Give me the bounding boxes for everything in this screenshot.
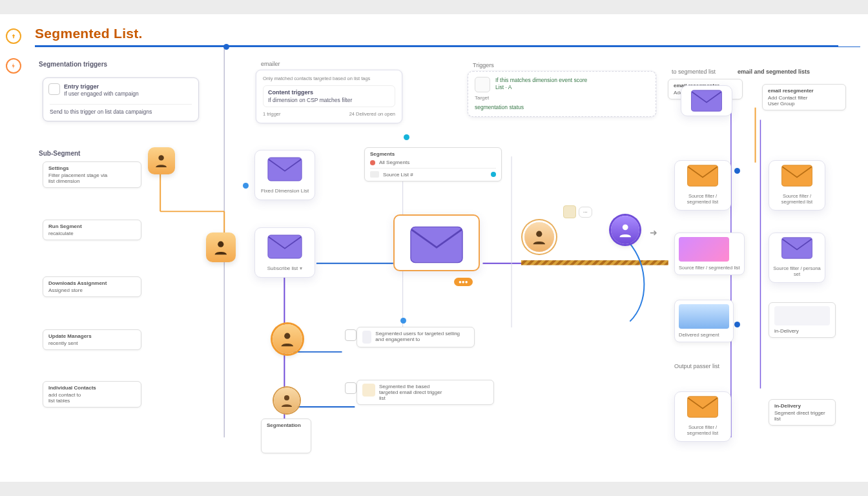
card-route-2[interactable]: Segmented the basedtargeted email direct… (356, 380, 494, 405)
list-icon (370, 171, 379, 178)
card-envelope-main[interactable]: ●●● (393, 214, 480, 271)
svg-rect-29 (688, 397, 718, 417)
svg-point-23 (623, 224, 628, 230)
svg-rect-10 (521, 260, 668, 265)
avatar-persona-2[interactable] (206, 232, 236, 262)
svg-point-20 (284, 333, 290, 339)
card-mini-rb3[interactable]: in-Delivery Segment direct trigger list (769, 399, 836, 426)
avatar-icon (362, 384, 375, 397)
node-dot (243, 183, 249, 189)
svg-point-18 (159, 156, 164, 161)
status-dot-icon (491, 172, 496, 177)
placeholder-icon (774, 306, 830, 326)
svg-point-21 (284, 395, 289, 400)
svg-point-19 (218, 242, 223, 247)
node-dot (400, 318, 406, 324)
sidebar (0, 14, 28, 482)
card-env-r4[interactable]: Source filter / segmented list (674, 391, 731, 442)
arrow-up-icon[interactable] (6, 28, 21, 44)
arrow-right-icon: ➜ (650, 227, 657, 238)
card-entry-trigger[interactable]: Entry trigger If user engaged with campa… (43, 78, 199, 121)
panel-segments[interactable]: Segments All Segments Source List # (364, 147, 502, 181)
card-emailer[interactable]: Only matched contacts targeted based on … (256, 70, 402, 123)
node-dot (734, 322, 740, 327)
play-icon[interactable] (345, 329, 356, 341)
card-image-r2[interactable]: Source filter / segmented list (674, 232, 745, 275)
card-image-r3[interactable]: Delivered segment (674, 300, 734, 342)
avatar-persona-5[interactable] (524, 222, 554, 252)
node-dot (734, 168, 740, 174)
card-env-rb1[interactable]: Source filter / persona set (769, 232, 825, 283)
svg-rect-27 (692, 90, 722, 111)
card-mini-rb2[interactable]: in-Delivery (769, 302, 836, 338)
card-trigger-conditions[interactable]: If this matches dimension event score Li… (468, 71, 656, 117)
card-env-rb0[interactable]: Source filter / segmented list (769, 160, 825, 211)
page-title: Segmented List. (35, 26, 143, 41)
card-envelope-1[interactable]: Fixed Dimension List (254, 150, 315, 200)
section-label-subsegment: Sub-Segment (39, 150, 80, 157)
card-envelope-2[interactable]: Subscribe list▾ (254, 227, 315, 278)
node-dot (404, 134, 409, 140)
card-env-r0[interactable] (681, 85, 732, 116)
label-output: Output passer list (674, 363, 719, 369)
card-chain-empty[interactable]: Segmentation (261, 418, 311, 453)
label-triggers: Triggers (473, 62, 494, 68)
thumbnail (679, 304, 729, 329)
svg-rect-30 (782, 165, 812, 186)
svg-rect-24 (268, 158, 302, 181)
chip-icon (563, 205, 576, 218)
status-dot-icon (370, 160, 375, 165)
play-icon[interactable] (345, 382, 356, 394)
chip-row: ··· (563, 205, 592, 218)
node-dot (223, 44, 229, 50)
svg-rect-26 (411, 227, 462, 262)
card-update-managers[interactable]: Update Managers recently sent (43, 329, 141, 350)
avatar-persona-4[interactable] (274, 388, 300, 413)
card-downloads[interactable]: Downloads Assignment Assigned store (43, 276, 141, 297)
svg-rect-28 (688, 165, 718, 186)
avatar-icon (362, 331, 371, 344)
avatar-persona-6[interactable] (611, 216, 639, 244)
label-emailer: emailer (261, 61, 280, 67)
svg-rect-25 (268, 235, 302, 258)
envelope-icon (267, 157, 302, 181)
envelope-icon (409, 226, 464, 264)
svg-point-22 (536, 231, 542, 237)
avatar-persona-1[interactable] (148, 147, 175, 174)
section-label-triggers: Segmentation triggers (39, 61, 107, 68)
label-email-seg-lists: email and segmented lists (738, 68, 810, 75)
trigger-icon (48, 83, 60, 95)
avatar-persona-3[interactable] (273, 324, 302, 354)
chip[interactable]: ··· (579, 207, 592, 218)
card-run-segment[interactable]: Run Segment recalculate (43, 220, 141, 240)
bolt-icon[interactable] (6, 58, 21, 74)
card-env-r1[interactable]: Source filter / segmented list (674, 160, 731, 211)
card-right-title[interactable]: email resegmenter Add Contact filter Use… (762, 84, 846, 110)
label-to-seg: to segmented list (672, 68, 716, 75)
thumbnail (679, 237, 729, 262)
svg-rect-31 (782, 238, 812, 258)
card-route-1[interactable]: Segmented users for targeted selling and… (356, 327, 475, 347)
badge: ●●● (454, 278, 473, 286)
envelope-icon (267, 234, 302, 259)
card-individual-contacts[interactable]: Individual Contacts add contact tolist t… (43, 381, 141, 408)
flow-canvas[interactable]: Segmentation triggers Entry trigger If u… (35, 46, 860, 474)
tag-icon (475, 77, 490, 92)
chevron-down-icon[interactable]: ▾ (300, 265, 302, 272)
card-settings[interactable]: Settings Filter placement stage vialist … (43, 161, 141, 188)
